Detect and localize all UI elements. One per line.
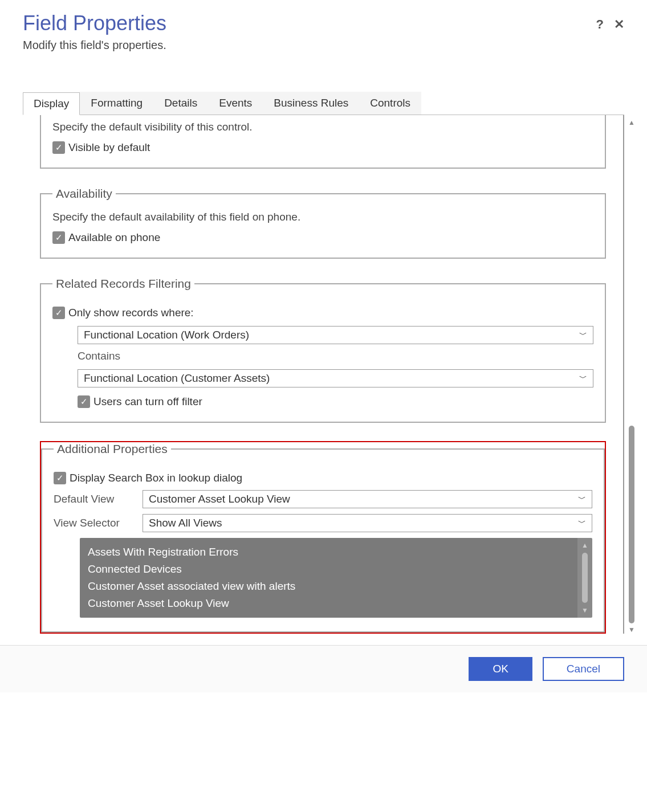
visibility-section: Specify the default visibility of this c… — [40, 115, 606, 169]
default-view-select[interactable]: Customer Asset Lookup View ﹀ — [143, 490, 592, 508]
view-selector-select[interactable]: Show All Views ﹀ — [143, 514, 592, 532]
content-area: Display Formatting Details Events Busine… — [0, 58, 647, 634]
availability-section: Availability Specify the default availab… — [40, 187, 606, 259]
available-on-phone-checkbox[interactable]: ✓ — [52, 231, 65, 244]
only-show-records-label: Only show records where: — [68, 307, 194, 319]
default-view-value: Customer Asset Lookup View — [149, 493, 290, 505]
default-view-label: Default View — [54, 493, 143, 505]
only-show-records-row: ✓ Only show records where: — [52, 307, 593, 319]
display-search-box-row: ✓ Display Search Box in lookup dialog — [54, 472, 592, 484]
availability-instruction: Specify the default availability of this… — [52, 211, 593, 223]
scroll-thumb[interactable] — [629, 426, 634, 623]
dialog-title: Field Properties — [23, 11, 624, 35]
scroll-up-icon[interactable]: ▲ — [581, 541, 588, 549]
additional-properties-highlight: Additional Properties ✓ Display Search B… — [40, 441, 606, 634]
panel-scrollbar[interactable]: ▲ ▼ — [626, 119, 637, 634]
additional-properties-section: Additional Properties ✓ Display Search B… — [41, 442, 605, 633]
available-on-phone-label: Available on phone — [68, 231, 160, 244]
tab-strip: Display Formatting Details Events Busine… — [23, 92, 624, 115]
tab-business-rules[interactable]: Business Rules — [263, 92, 359, 115]
chevron-down-icon: ﹀ — [578, 494, 586, 504]
display-search-box-checkbox[interactable]: ✓ — [54, 472, 66, 484]
dialog-footer: OK Cancel — [0, 645, 647, 692]
scroll-down-icon[interactable]: ▼ — [581, 606, 588, 614]
visible-by-default-label: Visible by default — [68, 141, 150, 154]
chevron-down-icon: ﹀ — [579, 373, 587, 383]
scroll-track[interactable] — [629, 129, 634, 623]
turn-off-filter-checkbox[interactable]: ✓ — [78, 395, 90, 408]
listbox-scrollbar[interactable]: ▲ ▼ — [577, 538, 592, 618]
dialog-subtitle: Modify this field's properties. — [23, 39, 624, 52]
tab-details[interactable]: Details — [153, 92, 208, 115]
turn-off-filter-row: ✓ Users can turn off filter — [78, 395, 593, 408]
visible-by-default-checkbox[interactable]: ✓ — [52, 141, 65, 154]
tab-formatting[interactable]: Formatting — [80, 92, 153, 115]
only-show-records-checkbox[interactable]: ✓ — [52, 307, 65, 319]
additional-properties-legend: Additional Properties — [54, 442, 171, 456]
list-item[interactable]: Customer Asset associated view with aler… — [88, 578, 569, 595]
default-view-row: Default View Customer Asset Lookup View … — [54, 490, 592, 508]
view-selector-value: Show All Views — [149, 517, 222, 529]
filter-related-value: Functional Location (Customer Assets) — [84, 372, 270, 385]
view-selector-label: View Selector — [54, 517, 143, 529]
available-on-phone-row: ✓ Available on phone — [52, 231, 593, 244]
related-records-filtering-section: Related Records Filtering ✓ Only show re… — [40, 277, 606, 423]
list-item[interactable]: Customer Asset Lookup View — [88, 595, 569, 612]
scroll-thumb[interactable] — [582, 553, 588, 603]
list-item[interactable]: Assets With Registration Errors — [88, 544, 569, 561]
close-icon[interactable]: ✕ — [614, 17, 624, 32]
turn-off-filter-label: Users can turn off filter — [93, 395, 202, 408]
help-icon[interactable]: ? — [596, 17, 604, 32]
visibility-instruction: Specify the default visibility of this c… — [52, 121, 593, 133]
chevron-down-icon: ﹀ — [579, 330, 587, 340]
contains-label: Contains — [78, 350, 593, 362]
tab-display[interactable]: Display — [23, 92, 80, 115]
visible-by-default-row: ✓ Visible by default — [52, 141, 593, 154]
filter-entity-select[interactable]: Functional Location (Work Orders) ﹀ — [78, 326, 593, 344]
filter-entity-value: Functional Location (Work Orders) — [84, 329, 249, 341]
view-selector-row: View Selector Show All Views ﹀ — [54, 514, 592, 532]
list-item[interactable]: Connected Devices — [88, 561, 569, 578]
availability-legend: Availability — [52, 187, 116, 201]
scroll-down-icon[interactable]: ▼ — [628, 626, 635, 634]
chevron-down-icon: ﹀ — [578, 518, 586, 528]
header-icons: ? ✕ — [596, 17, 624, 32]
scroll-up-icon[interactable]: ▲ — [628, 119, 635, 127]
tab-controls[interactable]: Controls — [359, 92, 421, 115]
tab-panel: Specify the default visibility of this c… — [23, 115, 624, 634]
ok-button[interactable]: OK — [469, 657, 532, 681]
views-listbox-items: Assets With Registration Errors Connecte… — [80, 538, 577, 618]
scroll-area: Specify the default visibility of this c… — [23, 115, 623, 634]
dialog-header: Field Properties Modify this field's pro… — [0, 0, 647, 58]
tab-events[interactable]: Events — [208, 92, 263, 115]
filter-related-select[interactable]: Functional Location (Customer Assets) ﹀ — [78, 369, 593, 387]
views-listbox[interactable]: Assets With Registration Errors Connecte… — [80, 538, 592, 618]
field-properties-dialog: Field Properties Modify this field's pro… — [0, 0, 647, 692]
related-filtering-legend: Related Records Filtering — [52, 277, 194, 291]
display-search-box-label: Display Search Box in lookup dialog — [70, 472, 242, 484]
cancel-button[interactable]: Cancel — [543, 657, 624, 681]
